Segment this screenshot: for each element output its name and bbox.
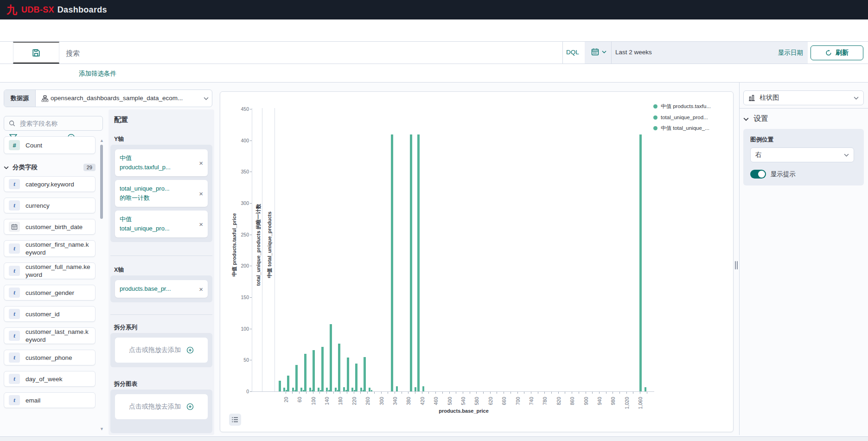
bar-s0[interactable]: [330, 324, 332, 391]
settings-panel: 图例位置 右 显示提示: [743, 129, 864, 185]
refresh-button[interactable]: 刷新: [811, 45, 863, 60]
show-tooltip-toggle[interactable]: [750, 170, 766, 179]
aggregation-line1: 中值: [120, 153, 193, 163]
bottom-scrollbar-track[interactable]: [0, 436, 868, 441]
field-item[interactable]: tcategory.keyword: [4, 176, 96, 192]
x-tick: [565, 392, 565, 394]
field-item[interactable]: tcustomer_last_name.keyword: [4, 327, 96, 344]
query-language-button[interactable]: DQL: [566, 49, 579, 56]
field-name: customer_id: [26, 310, 60, 318]
bar-s1[interactable]: [309, 388, 311, 391]
aggregation-card[interactable]: products.base_pr...×: [115, 280, 208, 298]
scroll-down-icon[interactable]: ▼: [100, 427, 104, 431]
field-item[interactable]: tday_of_week: [4, 371, 96, 387]
y-tick: [250, 360, 252, 360]
legend-item[interactable]: total_unique_prod...: [653, 115, 711, 120]
bar-s1[interactable]: [351, 388, 353, 391]
bar-s1[interactable]: [369, 388, 370, 391]
bar-s2[interactable]: [286, 390, 287, 391]
bar-s0[interactable]: [287, 376, 289, 391]
bar-s2[interactable]: [354, 390, 355, 391]
field-item[interactable]: tcustomer_phone: [4, 350, 96, 365]
aggregation-card[interactable]: 中值total_unique_pro...×: [115, 211, 208, 237]
data-source-selector[interactable]: 数据源 opensearch_dashboards_sample_data_ec…: [4, 89, 212, 107]
scroll-up-icon[interactable]: ▲: [100, 138, 104, 143]
y-tick-label: 0: [228, 389, 249, 394]
field-item[interactable]: tcustomer_full_name.keyword: [4, 262, 96, 279]
y-tick: [250, 172, 252, 172]
bar-s1[interactable]: [396, 386, 398, 391]
field-search-input[interactable]: [19, 120, 95, 128]
bar-s1[interactable]: [283, 388, 285, 391]
bar-s0[interactable]: [364, 357, 366, 391]
bar-s2[interactable]: [328, 390, 330, 391]
field-item[interactable]: tcustomer_first_name.keyword: [4, 240, 96, 257]
show-dates-button[interactable]: 显示日期: [778, 49, 803, 57]
legend-item[interactable]: 中值 total_unique_...: [653, 125, 711, 132]
bar-s0[interactable]: [391, 134, 393, 391]
search-input[interactable]: [65, 45, 554, 60]
add-filter-button[interactable]: 添加筛选条件: [79, 70, 116, 78]
time-range-value[interactable]: Last 2 weeks: [615, 49, 652, 56]
settings-accordion[interactable]: 设置: [743, 114, 768, 124]
bar-s2[interactable]: [345, 390, 347, 391]
bar-s0[interactable]: [338, 344, 340, 391]
bar-s0[interactable]: [321, 347, 324, 391]
remove-icon[interactable]: ×: [198, 219, 204, 229]
bar-s1[interactable]: [292, 388, 294, 391]
remove-icon[interactable]: ×: [198, 189, 204, 198]
remove-icon[interactable]: ×: [198, 158, 204, 168]
x-tick: [599, 392, 600, 394]
legend-list-toggle-icon[interactable]: [229, 414, 241, 426]
bar-s1[interactable]: [415, 387, 416, 391]
field-name: email: [26, 396, 40, 404]
bar-s0[interactable]: [347, 358, 349, 391]
bar-s0[interactable]: [417, 134, 420, 391]
bar-s1[interactable]: [318, 388, 319, 391]
saved-query-icon[interactable]: [13, 42, 59, 64]
bar-s1[interactable]: [343, 387, 345, 391]
aggregation-card[interactable]: total_unique_pro...的唯一计数×: [115, 180, 208, 207]
fields-scrollbar[interactable]: [100, 145, 103, 219]
bar-s1[interactable]: [645, 387, 646, 391]
bar-s0[interactable]: [295, 365, 298, 391]
field-item-count[interactable]: # Count: [4, 136, 96, 154]
x-tick-label: 1,020: [624, 397, 630, 409]
bar-s0[interactable]: [279, 381, 281, 391]
panel-resize-handle[interactable]: [734, 261, 739, 269]
split-chart-drop-zone[interactable]: 点击或拖放去添加: [115, 394, 208, 419]
bar-s2[interactable]: [337, 390, 338, 391]
bar-s1[interactable]: [335, 388, 337, 391]
show-tooltip-row: 显示提示: [750, 170, 857, 179]
bar-s1[interactable]: [360, 388, 362, 391]
bar-s0[interactable]: [639, 134, 642, 391]
bar-s1[interactable]: [326, 388, 328, 391]
split-series-section-label: 拆分系列: [114, 324, 137, 332]
aggregation-card[interactable]: 中值products.taxful_p...×: [115, 149, 208, 176]
bar-s2[interactable]: [320, 390, 321, 391]
bar-s0[interactable]: [410, 134, 412, 391]
bar-s1[interactable]: [300, 388, 302, 391]
field-item[interactable]: tcustomer_id: [4, 306, 96, 322]
calendar-icon[interactable]: [588, 47, 609, 56]
legend-position-select[interactable]: 右: [750, 147, 854, 162]
category-fields-group[interactable]: 分类字段 29: [4, 162, 96, 173]
bar-s2[interactable]: [371, 390, 372, 391]
bar-s2[interactable]: [363, 390, 364, 391]
split-series-drop-zone[interactable]: 点击或拖放去添加: [115, 338, 208, 363]
field-item[interactable]: customer_birth_date: [4, 219, 96, 235]
chart-type-select[interactable]: 柱状图: [743, 90, 864, 105]
text-field-icon: t: [9, 395, 20, 405]
bar-s0[interactable]: [355, 364, 357, 391]
bar-s2[interactable]: [303, 390, 304, 391]
bar-s2[interactable]: [294, 390, 296, 391]
field-item[interactable]: temail: [4, 392, 96, 408]
field-item[interactable]: tcurrency: [4, 198, 96, 213]
bar-s0[interactable]: [313, 350, 315, 391]
field-item[interactable]: tcustomer_gender: [4, 285, 96, 300]
bar-s0[interactable]: [304, 354, 306, 391]
bar-s2[interactable]: [312, 390, 313, 391]
remove-icon[interactable]: ×: [198, 284, 204, 294]
bar-s1[interactable]: [422, 386, 424, 391]
legend-item[interactable]: 中值 products.taxfu...: [653, 103, 711, 110]
